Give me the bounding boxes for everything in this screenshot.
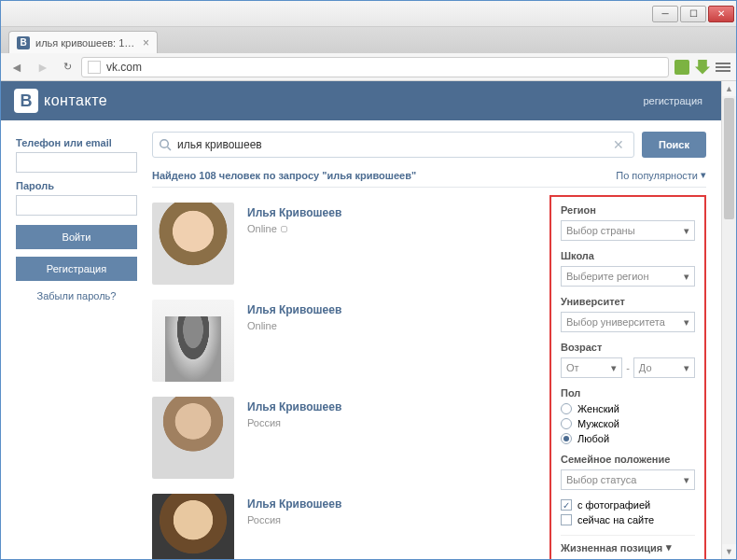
result-status: Россия xyxy=(247,514,341,525)
chevron-down-icon: ▾ xyxy=(701,169,706,181)
scroll-down-button[interactable]: ▼ xyxy=(722,544,736,559)
window-minimize-button[interactable]: ─ xyxy=(652,6,678,22)
result-name-link[interactable]: Илья Кривошеев xyxy=(247,400,341,413)
avatar[interactable] xyxy=(152,494,234,559)
header-register-link[interactable]: регистрация xyxy=(643,95,702,106)
filter-age-from-select[interactable]: От xyxy=(561,357,622,378)
nav-back-button[interactable]: ◄ xyxy=(7,57,27,77)
filter-checkbox-option[interactable]: сейчас на сайте xyxy=(561,514,695,525)
scroll-thumb[interactable] xyxy=(724,98,734,219)
login-password-label: Пароль xyxy=(16,180,137,191)
reload-button[interactable]: ↻ xyxy=(59,59,76,76)
login-button[interactable]: Войти xyxy=(16,225,137,249)
filter-gender-label: Пол xyxy=(561,387,695,399)
avatar[interactable] xyxy=(152,203,234,285)
filter-gender-option[interactable]: Женский xyxy=(561,403,695,414)
url-text: vk.com xyxy=(106,61,142,74)
result-status: Online xyxy=(247,320,341,331)
sort-dropdown[interactable]: По популярности ▾ xyxy=(616,169,706,181)
search-input[interactable] xyxy=(177,138,609,151)
login-email-label: Телефон или email xyxy=(16,137,137,148)
vk-logo-text: контакте xyxy=(44,92,107,109)
clear-search-icon[interactable]: ✕ xyxy=(609,137,628,152)
search-bar: ✕ xyxy=(152,132,634,158)
checkbox-icon xyxy=(561,514,572,525)
result-item: Илья КривошеевРоссия xyxy=(152,486,538,559)
filter-university-select[interactable]: Выбор университета xyxy=(561,312,695,332)
window-close-button[interactable]: ✕ xyxy=(708,6,734,22)
menu-icon[interactable] xyxy=(716,60,730,75)
login-email-input[interactable] xyxy=(16,152,137,173)
svg-line-1 xyxy=(168,147,172,151)
filter-age-to-select[interactable]: До xyxy=(633,357,695,378)
filter-region-label: Регион xyxy=(561,204,695,216)
filter-marital-select[interactable]: Выбор статуса xyxy=(561,469,695,490)
filters-panel: Регион Выбор страны Школа Выберите регио… xyxy=(549,195,706,559)
browser-tabstrip: В илья кривошеев: 108 по × xyxy=(1,27,736,53)
scroll-up-button[interactable]: ▲ xyxy=(722,81,736,96)
download-icon[interactable] xyxy=(695,60,710,75)
result-item: Илья КривошеевРоссия xyxy=(152,389,538,486)
window-maximize-button[interactable]: ☐ xyxy=(680,6,706,22)
register-button[interactable]: Регистрация xyxy=(16,257,137,281)
vk-logo[interactable]: В контакте xyxy=(14,89,107,113)
address-input[interactable]: vk.com xyxy=(81,57,669,77)
login-password-input[interactable] xyxy=(16,195,137,216)
filter-gender-option[interactable]: Мужской xyxy=(561,418,695,429)
search-icon xyxy=(159,138,172,151)
filter-gender-option[interactable]: Любой xyxy=(561,433,695,444)
vk-logo-icon: В xyxy=(14,89,38,113)
search-button[interactable]: Поиск xyxy=(642,132,706,158)
checkbox-icon: ✓ xyxy=(561,499,572,511)
result-status: Online xyxy=(247,223,341,234)
result-item: Илья КривошеевOnline xyxy=(152,195,538,292)
vk-header: В контакте регистрация xyxy=(1,81,721,120)
result-name-link[interactable]: Илья Кривошеев xyxy=(247,497,341,511)
tab-title: илья кривошеев: 108 по xyxy=(35,37,137,49)
radio-icon xyxy=(561,418,572,429)
page-scrollbar: ▲ ▼ xyxy=(721,81,736,559)
filter-life-position-toggle[interactable]: Жизненная позиция ▾ xyxy=(561,535,695,553)
result-item: Илья КривошеевOnline xyxy=(152,292,538,389)
login-sidebar: Телефон или email Пароль Войти Регистрац… xyxy=(16,132,137,301)
tab-favicon-icon: В xyxy=(17,36,30,49)
results-list: Илья КривошеевOnline Илья КривошеевOnlin… xyxy=(152,195,538,559)
extension-icon[interactable] xyxy=(674,60,689,75)
forgot-password-link[interactable]: Забыли пароль? xyxy=(16,290,137,301)
radio-icon xyxy=(561,433,572,444)
online-icon xyxy=(281,226,287,232)
main-content: ✕ Поиск Найдено 108 человек по запросу "… xyxy=(152,132,706,559)
nav-forward-button[interactable]: ► xyxy=(33,57,53,77)
results-count-title: Найдено 108 человек по запросу "илья кри… xyxy=(152,170,416,181)
filter-school-label: Школа xyxy=(561,250,695,261)
avatar[interactable] xyxy=(152,397,234,479)
filter-region-select[interactable]: Выбор страны xyxy=(561,220,695,241)
avatar[interactable] xyxy=(152,300,234,382)
dash: - xyxy=(626,362,630,373)
filter-school-select[interactable]: Выберите регион xyxy=(561,266,695,287)
window-titlebar: ─ ☐ ✕ xyxy=(1,1,736,27)
browser-address-bar: ◄ ► ↻ vk.com xyxy=(1,53,736,81)
radio-icon xyxy=(561,403,572,414)
filter-marital-label: Семейное положение xyxy=(561,454,695,465)
filter-checkbox-option[interactable]: ✓с фотографией xyxy=(561,499,695,511)
svg-point-0 xyxy=(160,140,169,148)
result-name-link[interactable]: Илья Кривошеев xyxy=(247,303,341,316)
result-name-link[interactable]: Илья Кривошеев xyxy=(247,206,341,219)
result-status: Россия xyxy=(247,417,341,428)
filter-university-label: Университет xyxy=(561,296,695,307)
browser-tab[interactable]: В илья кривошеев: 108 по × xyxy=(8,31,158,53)
chevron-down-icon: ▾ xyxy=(666,541,672,553)
tab-close-icon[interactable]: × xyxy=(143,36,149,49)
page-icon xyxy=(88,61,101,74)
filter-age-label: Возраст xyxy=(561,342,695,353)
scroll-track[interactable] xyxy=(722,96,736,544)
